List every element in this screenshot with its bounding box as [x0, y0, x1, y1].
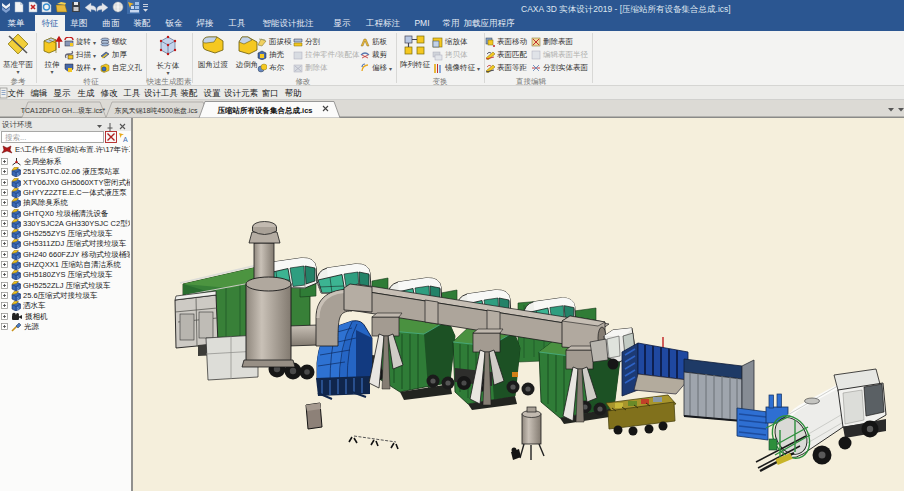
svg-text:东风天锦18吨4500底盘.ics: 东风天锦18吨4500底盘.ics [115, 107, 198, 115]
svg-text:A: A [123, 136, 128, 143]
svg-text:TCA12DFL0 GH...圾车.ics*: TCA12DFL0 GH...圾车.ics* [21, 107, 106, 114]
svg-text:压缩站所有设备集合总成.ics: 压缩站所有设备集合总成.ics [216, 106, 312, 115]
